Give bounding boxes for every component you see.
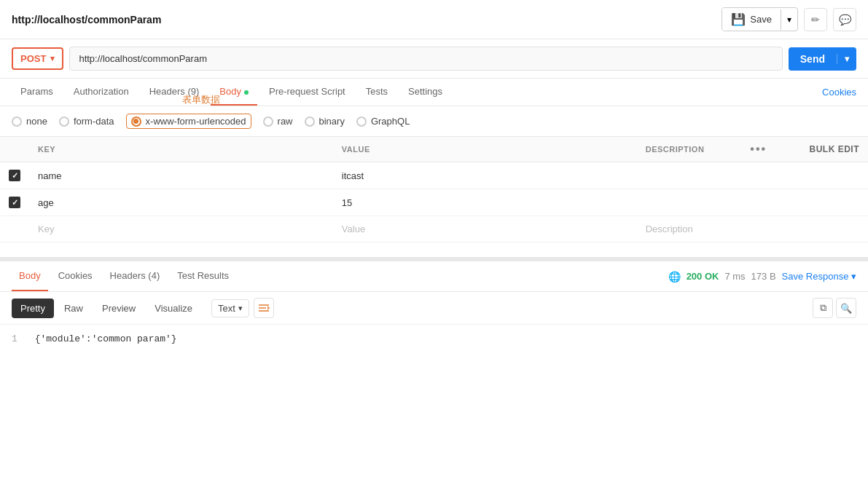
code-content: {'module':'common param'} <box>35 333 177 344</box>
empty-key[interactable]: Key <box>29 216 333 242</box>
copy-button[interactable]: ⧉ <box>813 298 833 318</box>
body-type-options: 表单数据 none form-data x-www-form-urlencode… <box>0 106 868 137</box>
tab-pre-request-script[interactable]: Pre-request Script <box>260 79 354 106</box>
row1-value[interactable]: itcast <box>333 162 637 189</box>
row1-more <box>741 162 775 189</box>
table-row-empty: Key Value Description <box>0 216 868 242</box>
url-bar: POST ▾ Send ▾ <box>0 39 868 79</box>
row1-checkbox-cell <box>0 162 29 189</box>
tab-authorization[interactable]: Authorization <box>65 79 138 106</box>
params-table: KEY VALUE DESCRIPTION ••• Bulk Edit name… <box>0 137 868 242</box>
response-actions: ⧉ 🔍 <box>813 298 856 318</box>
body-type-none[interactable]: none <box>12 116 47 127</box>
more-icon[interactable]: ••• <box>750 143 767 155</box>
response-tab-headers[interactable]: Headers (4) <box>103 261 168 291</box>
top-bar: http://localhost/commonParam 💾 Save ▾ ✏ … <box>0 0 868 39</box>
tab-settings[interactable]: Settings <box>399 79 451 106</box>
radio-urlencoded[interactable] <box>131 116 141 127</box>
value-placeholder: Value <box>342 224 365 234</box>
row2-bulk <box>775 189 868 216</box>
row2-key[interactable]: age <box>29 189 333 216</box>
response-meta: 🌐 200 OK 7 ms 173 B Save Response ▾ <box>668 271 856 282</box>
row2-checkbox-cell <box>0 189 29 216</box>
url-input[interactable] <box>69 47 782 71</box>
edit-button[interactable]: ✏ <box>804 8 827 31</box>
radio-binary[interactable] <box>305 116 315 127</box>
response-size: 173 B <box>751 271 776 282</box>
tab-params[interactable]: Params <box>12 79 62 106</box>
annotation-label: 表单数据 <box>182 93 220 106</box>
empty-checkbox-cell <box>0 216 29 242</box>
table-row: age 15 <box>0 189 868 216</box>
format-tab-visualize[interactable]: Visualize <box>146 299 201 318</box>
row2-checkbox[interactable] <box>9 197 20 208</box>
col-description: DESCRIPTION <box>637 137 742 162</box>
description-placeholder: Description <box>646 224 693 234</box>
request-tabs: Params Authorization Headers (9) Body Pr… <box>0 79 868 106</box>
response-tab-cookies[interactable]: Cookies <box>51 261 100 291</box>
table-row: name itcast <box>0 162 868 189</box>
empty-value[interactable]: Value <box>333 216 637 242</box>
col-bulk-edit: Bulk Edit <box>775 137 868 162</box>
col-checkbox <box>0 137 29 162</box>
key-placeholder: Key <box>38 224 54 234</box>
format-tab-raw[interactable]: Raw <box>55 299 92 318</box>
save-chevron-button[interactable]: ▾ <box>781 10 797 29</box>
body-type-raw[interactable]: raw <box>263 116 293 127</box>
empty-bulk <box>775 216 868 242</box>
col-key: KEY <box>29 137 333 162</box>
method-select[interactable]: POST ▾ <box>12 47 63 70</box>
response-section: Body Cookies Headers (4) Test Results 🌐 … <box>0 257 868 368</box>
top-bar-actions: 💾 Save ▾ ✏ 💬 <box>722 7 856 31</box>
body-active-dot <box>244 90 249 95</box>
col-more: ••• <box>741 137 775 162</box>
row2-more <box>741 189 775 216</box>
send-button[interactable]: Send ▾ <box>789 47 856 71</box>
radio-graphql[interactable] <box>356 116 367 127</box>
row1-bulk <box>775 162 868 189</box>
format-tab-preview[interactable]: Preview <box>93 299 144 318</box>
radio-none[interactable] <box>12 116 22 127</box>
response-tab-test-results[interactable]: Test Results <box>170 261 236 291</box>
format-select[interactable]: Text ▾ <box>211 299 249 317</box>
format-tab-pretty[interactable]: Pretty <box>12 299 54 318</box>
row1-key[interactable]: name <box>29 162 333 189</box>
empty-description[interactable]: Description <box>637 216 742 242</box>
col-value: VALUE <box>333 137 637 162</box>
row1-checkbox[interactable] <box>9 170 20 181</box>
line-number: 1 <box>12 333 17 344</box>
tab-tests[interactable]: Tests <box>357 79 396 106</box>
tab-cookies[interactable]: Cookies <box>822 79 856 105</box>
row1-description[interactable] <box>637 162 742 189</box>
row2-description[interactable] <box>637 189 742 216</box>
response-tabs: Body Cookies Headers (4) Test Results 🌐 … <box>0 261 868 292</box>
format-tabs: Pretty Raw Preview Visualize Text ▾ ⧉ 🔍 <box>0 292 868 325</box>
empty-more <box>741 216 775 242</box>
wrap-icon[interactable] <box>254 298 274 318</box>
response-tab-body[interactable]: Body <box>12 261 48 291</box>
body-type-graphql[interactable]: GraphQL <box>356 116 410 127</box>
row2-value[interactable]: 15 <box>333 189 637 216</box>
page-title: http://localhost/commonParam <box>12 14 161 25</box>
save-button[interactable]: 💾 Save <box>722 8 781 31</box>
body-type-binary[interactable]: binary <box>305 116 345 127</box>
status-badge: 200 OK <box>687 271 719 282</box>
body-type-form-data[interactable]: form-data <box>59 116 114 127</box>
save-response-button[interactable]: Save Response ▾ <box>782 271 856 282</box>
globe-icon: 🌐 <box>668 271 681 282</box>
response-time: 7 ms <box>724 271 745 282</box>
bulk-edit-button[interactable]: Bulk Edit <box>810 144 860 154</box>
comment-button[interactable]: 💬 <box>833 8 856 31</box>
radio-raw[interactable] <box>263 116 273 127</box>
search-button[interactable]: 🔍 <box>836 298 856 318</box>
radio-form-data[interactable] <box>59 116 69 127</box>
code-area: 1 {'module':'common param'} <box>0 325 868 368</box>
body-type-urlencoded[interactable]: x-www-form-urlencoded <box>126 114 251 129</box>
